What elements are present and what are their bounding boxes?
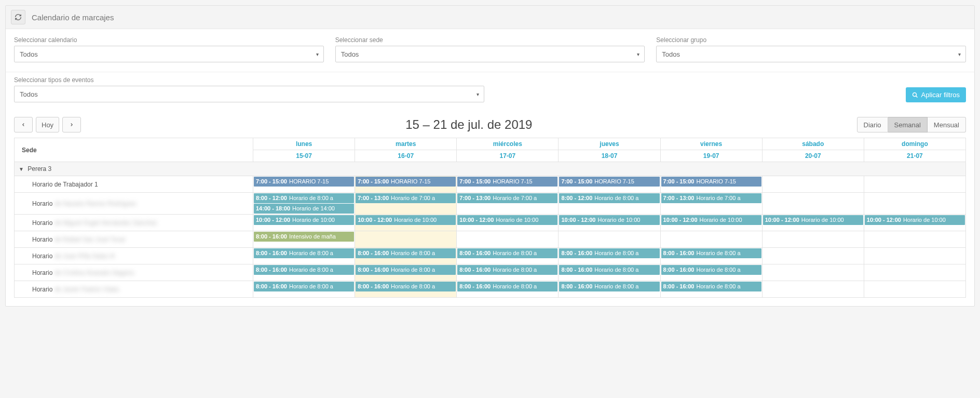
calendar-event[interactable]: 7:00 - 15:00HORARIO 7-15 (254, 177, 354, 187)
day-cell[interactable] (864, 231, 965, 248)
calendar-event[interactable]: 7:00 - 15:00HORARIO 7-15 (661, 177, 761, 187)
group-row[interactable]: ▼ Perera 3 (15, 162, 966, 176)
view-weekly-button[interactable]: Semanal (888, 117, 928, 132)
day-cell[interactable]: 7:00 - 15:00HORARIO 7-15 (559, 176, 660, 193)
day-cell[interactable]: 10:00 - 12:00Horario de 10:00 (253, 215, 355, 231)
day-header-date[interactable]: 15-07 (253, 150, 355, 162)
day-cell[interactable]: 7:00 - 13:00Horario de 7:00 a (660, 193, 762, 215)
day-cell[interactable]: 10:00 - 12:00Horario de 10:00 (355, 215, 457, 231)
day-header-date[interactable]: 18-07 (559, 150, 660, 162)
day-cell[interactable]: 8:00 - 16:00Horario de 8:00 a (253, 264, 355, 281)
calendar-event[interactable]: 8:00 - 16:00Horario de 8:00 a (559, 265, 659, 275)
day-cell[interactable]: 8:00 - 16:00Horario de 8:00 a (457, 264, 559, 281)
day-cell[interactable]: 8:00 - 16:00Horario de 8:00 a (355, 281, 457, 298)
day-cell[interactable]: 7:00 - 15:00HORARIO 7-15 (660, 176, 762, 193)
day-cell[interactable] (762, 176, 864, 193)
calendar-event[interactable]: 8:00 - 12:00Horario de 8:00 a (559, 193, 659, 203)
day-cell[interactable]: 8:00 - 16:00Horario de 8:00 a (660, 248, 762, 264)
day-header-name[interactable]: miércoles (457, 138, 559, 150)
day-cell[interactable] (762, 248, 864, 264)
calendar-event[interactable]: 10:00 - 12:00Horario de 10:00 (457, 215, 557, 225)
refresh-button[interactable] (11, 10, 25, 24)
day-cell[interactable] (864, 264, 965, 281)
next-button[interactable] (62, 117, 81, 132)
day-cell[interactable] (762, 193, 864, 215)
day-cell[interactable]: 7:00 - 15:00HORARIO 7-15 (457, 176, 559, 193)
calendar-event[interactable]: 8:00 - 16:00Horario de 8:00 a (254, 248, 354, 258)
day-cell[interactable]: 7:00 - 15:00HORARIO 7-15 (253, 176, 355, 193)
calendar-event[interactable]: 10:00 - 12:00Horario de 10:00 (763, 215, 863, 225)
day-cell[interactable]: 7:00 - 13:00Horario de 7:00 a (457, 193, 559, 215)
prev-button[interactable] (14, 117, 33, 132)
calendar-event[interactable]: 7:00 - 13:00Horario de 7:00 a (356, 193, 456, 203)
view-monthly-button[interactable]: Mensual (928, 117, 966, 132)
calendar-event[interactable]: 8:00 - 16:00Horario de 8:00 a (559, 282, 659, 291)
calendar-event[interactable]: 8:00 - 16:00Horario de 8:00 a (254, 265, 354, 275)
calendar-event[interactable]: 7:00 - 15:00HORARIO 7-15 (457, 177, 557, 187)
calendar-event[interactable]: 8:00 - 16:00Horario de 8:00 a (661, 265, 761, 275)
day-cell[interactable] (355, 231, 457, 248)
day-cell[interactable] (660, 231, 762, 248)
day-header-name[interactable]: viernes (660, 138, 762, 150)
day-cell[interactable]: 8:00 - 16:00Horario de 8:00 a (660, 264, 762, 281)
day-cell[interactable] (457, 231, 559, 248)
day-header-name[interactable]: jueves (559, 138, 660, 150)
calendar-event[interactable]: 7:00 - 13:00Horario de 7:00 a (457, 193, 557, 203)
day-header-date[interactable]: 16-07 (355, 150, 457, 162)
day-cell[interactable]: 8:00 - 16:00Intensivo de maña (253, 231, 355, 248)
calendar-event[interactable]: 7:00 - 15:00HORARIO 7-15 (559, 177, 659, 187)
day-cell[interactable]: 8:00 - 12:00Horario de 8:00 a14:00 - 18:… (253, 193, 355, 215)
calendar-event[interactable]: 8:00 - 16:00Horario de 8:00 a (661, 282, 761, 291)
resource-label[interactable]: Horario de Cristina Alvarado Segarra (15, 264, 253, 281)
day-cell[interactable] (864, 281, 965, 298)
calendar-event[interactable]: 10:00 - 12:00Horario de 10:00 (661, 215, 761, 225)
day-cell[interactable] (864, 248, 965, 264)
day-header-name[interactable]: martes (355, 138, 457, 150)
day-cell[interactable] (864, 193, 965, 215)
day-cell[interactable]: 8:00 - 16:00Horario de 8:00 a (355, 248, 457, 264)
calendar-event[interactable]: 8:00 - 16:00Horario de 8:00 a (254, 282, 354, 291)
calendar-event[interactable]: 10:00 - 12:00Horario de 10:00 (254, 215, 354, 225)
day-cell[interactable] (864, 176, 965, 193)
day-header-date[interactable]: 21-07 (864, 150, 965, 162)
calendar-event[interactable]: 10:00 - 12:00Horario de 10:00 (865, 215, 965, 225)
calendar-event[interactable]: 7:00 - 15:00HORARIO 7-15 (356, 177, 456, 187)
day-cell[interactable]: 8:00 - 16:00Horario de 8:00 a (253, 281, 355, 298)
apply-filters-button[interactable]: Aplicar filtros (906, 87, 966, 102)
calendar-event[interactable]: 8:00 - 16:00Intensivo de maña (254, 232, 354, 242)
day-cell[interactable]: 8:00 - 12:00Horario de 8:00 a (559, 193, 660, 215)
day-cell[interactable]: 10:00 - 12:00Horario de 10:00 (762, 215, 864, 231)
day-cell[interactable]: 8:00 - 16:00Horario de 8:00 a (559, 248, 660, 264)
day-cell[interactable]: 10:00 - 12:00Horario de 10:00 (457, 215, 559, 231)
calendar-event[interactable]: 10:00 - 12:00Horario de 10:00 (356, 215, 456, 225)
calendar-event[interactable]: 8:00 - 16:00Horario de 8:00 a (356, 248, 456, 258)
filter-tipos-select[interactable]: Todos (14, 86, 484, 102)
day-cell[interactable]: 10:00 - 12:00Horario de 10:00 (660, 215, 762, 231)
resource-label[interactable]: Horario de Miguel Ángel Hernández Sánche… (15, 215, 253, 231)
calendar-event[interactable]: 14:00 - 18:00Horario de 14:00 (254, 204, 354, 214)
filter-sede-select[interactable]: Todos (335, 46, 645, 62)
calendar-event[interactable]: 8:00 - 16:00Horario de 8:00 a (356, 282, 456, 291)
day-header-date[interactable]: 17-07 (457, 150, 559, 162)
day-cell[interactable]: 8:00 - 16:00Horario de 8:00 a (660, 281, 762, 298)
resource-label[interactable]: Horario de Trabajador 1 (15, 176, 253, 193)
day-cell[interactable] (762, 264, 864, 281)
today-button[interactable]: Hoy (36, 117, 59, 132)
calendar-event[interactable]: 8:00 - 12:00Horario de 8:00 a (254, 193, 354, 203)
resource-label[interactable]: Horario de Rafael San José Tovar (15, 231, 253, 248)
day-cell[interactable]: 8:00 - 16:00Horario de 8:00 a (253, 248, 355, 264)
day-cell[interactable]: 8:00 - 16:00Horario de 8:00 a (559, 281, 660, 298)
calendar-event[interactable]: 8:00 - 16:00Horario de 8:00 a (356, 265, 456, 275)
calendar-event[interactable]: 8:00 - 16:00Horario de 8:00 a (457, 282, 557, 291)
calendar-event[interactable]: 8:00 - 16:00Horario de 8:00 a (457, 248, 557, 258)
day-header-name[interactable]: domingo (864, 138, 965, 150)
day-cell[interactable]: 7:00 - 13:00Horario de 7:00 a (355, 193, 457, 215)
day-cell[interactable]: 8:00 - 16:00Horario de 8:00 a (355, 264, 457, 281)
view-daily-button[interactable]: Diario (857, 117, 888, 132)
filter-calendar-select[interactable]: Todos (14, 46, 324, 62)
resource-label[interactable]: Horario de Javier Padrón Vladu (15, 281, 253, 298)
calendar-event[interactable]: 7:00 - 13:00Horario de 7:00 a (661, 193, 761, 203)
filter-grupo-select[interactable]: Todos (656, 46, 966, 62)
calendar-event[interactable]: 10:00 - 12:00Horario de 10:00 (559, 215, 659, 225)
day-cell[interactable]: 8:00 - 16:00Horario de 8:00 a (457, 248, 559, 264)
